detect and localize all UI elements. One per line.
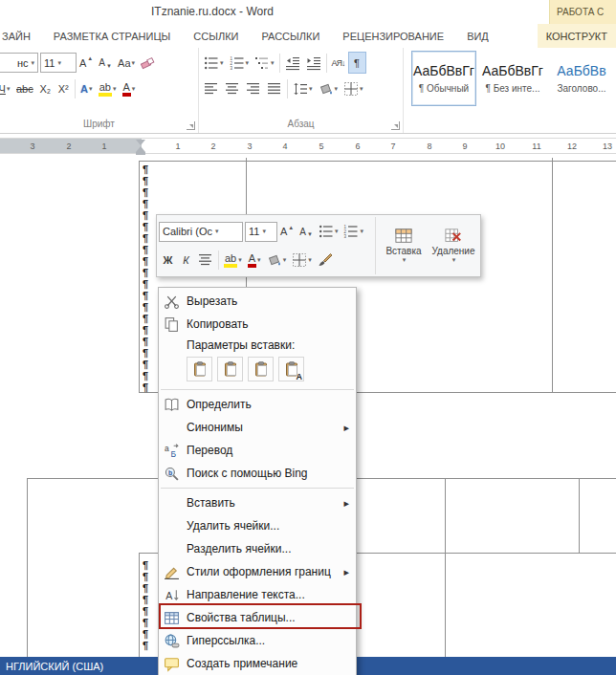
language-indicator[interactable]: НГЛИЙСКИЙ (США) xyxy=(6,661,103,672)
font-size-combo[interactable]: 11 xyxy=(40,53,77,73)
paste-options-row: A xyxy=(159,355,356,386)
mini-highlight-button[interactable]: ab xyxy=(221,250,245,272)
mini-grow-font-button[interactable]: А▲ xyxy=(277,221,297,243)
mini-italic-button[interactable]: К xyxy=(177,250,195,272)
align-left-button[interactable] xyxy=(201,77,222,99)
menu-item-split-cells[interactable]: Разделить ячейки... xyxy=(159,537,356,560)
sort-button[interactable]: АЯ↓ xyxy=(329,52,348,74)
divider xyxy=(326,54,327,73)
font-dialog-launcher-icon[interactable] xyxy=(187,121,195,130)
clipboard-icon xyxy=(192,361,208,377)
menu-separator xyxy=(161,389,354,390)
tab-references[interactable]: ССЫЛКИ xyxy=(182,24,250,48)
underline-button[interactable]: Ч xyxy=(0,77,13,99)
highlight-color-button[interactable]: ab xyxy=(96,77,120,99)
mini-font-color-button[interactable]: А xyxy=(245,250,264,272)
window-title: ITznanie.ru.docx - Word xyxy=(151,5,274,18)
hyperlink-globe-icon xyxy=(164,633,180,649)
divider xyxy=(287,79,288,98)
numbering-button[interactable] xyxy=(227,52,253,74)
paste-text-only-button[interactable]: A xyxy=(278,357,304,381)
ruler-number: 11 xyxy=(531,142,542,151)
mini-numbering-button[interactable] xyxy=(341,221,366,243)
line-spacing-button[interactable] xyxy=(290,77,316,99)
tab-table-design[interactable]: КОНСТРУКТ xyxy=(538,24,616,48)
tab-view[interactable]: ВИД xyxy=(455,24,500,48)
strikethrough-button[interactable]: abc xyxy=(13,77,36,99)
tab-review[interactable]: РЕЦЕНЗИРОВАНИЕ xyxy=(331,24,455,48)
mini-delete-button[interactable]: Удаление xyxy=(429,217,478,274)
border-pen-icon xyxy=(164,564,180,580)
bullets-button[interactable] xyxy=(201,52,227,74)
ruler-number: 10 xyxy=(495,142,506,151)
align-center-button[interactable] xyxy=(222,77,243,99)
menu-item-translate[interactable]: Перевод xyxy=(159,439,356,462)
menu-item-cut[interactable]: Вырезать xyxy=(159,290,356,313)
table-gridline xyxy=(445,478,446,657)
mini-insert-button[interactable]: Вставка xyxy=(379,217,429,274)
contextual-tab-group-header: РАБОТА С xyxy=(549,0,616,24)
ruler-number: 6 xyxy=(352,142,363,151)
multilevel-list-button[interactable] xyxy=(252,52,277,74)
menu-item-insert[interactable]: Вставить xyxy=(159,491,356,514)
menu-item-search-bing[interactable]: Поиск с помощью Bing xyxy=(159,462,356,485)
menu-item-hyperlink[interactable]: Гиперссылка... xyxy=(159,629,356,652)
mini-bold-button[interactable]: Ж xyxy=(159,250,177,272)
paste-merge-formatting-button[interactable] xyxy=(217,357,243,381)
align-right-button[interactable] xyxy=(243,77,264,99)
style-no-spacing[interactable]: АаБбВвГг ¶ Без инте... xyxy=(480,51,545,106)
paste-insert-button[interactable] xyxy=(248,357,274,381)
mini-toolbar: Calibri (Ос 11 А▲ А▼ Ж К ab А xyxy=(156,214,481,277)
ruler-number: 9 xyxy=(459,142,471,151)
paste-keep-source-button[interactable] xyxy=(187,357,212,381)
style-normal[interactable]: АаБбВвГг ¶ Обычный xyxy=(411,51,476,106)
show-paragraph-marks-button[interactable]: ¶ xyxy=(348,52,366,74)
menu-item-copy[interactable]: Копировать xyxy=(159,313,356,336)
mini-font-size-combo[interactable]: 11 xyxy=(245,222,277,242)
mini-shrink-font-button[interactable]: А▼ xyxy=(297,221,316,243)
ruler-number: 1 xyxy=(99,142,110,151)
ruler-number: 4 xyxy=(279,142,291,151)
menu-item-delete-cells[interactable]: Удалить ячейки... xyxy=(159,514,356,537)
paragraph-dialog-launcher-icon[interactable] xyxy=(391,121,400,130)
comment-icon xyxy=(164,656,180,672)
horizontal-ruler[interactable]: 3 2 1 1 2 3 4 5 6 7 8 9 10 11 12 13 xyxy=(0,134,616,158)
subscript-button[interactable]: X₂ xyxy=(36,77,55,99)
style-heading1[interactable]: АаБбВв Заголово... xyxy=(549,51,614,106)
tab-page-layout[interactable]: РАЗМЕТКА СТРАНИЦЫ xyxy=(42,24,182,48)
table-gridline xyxy=(139,161,140,392)
font-color-button[interactable]: А xyxy=(120,77,139,99)
tab-mailings[interactable]: РАССЫЛКИ xyxy=(250,24,331,48)
menu-item-new-comment[interactable]: Создать примечание xyxy=(159,652,356,675)
superscript-button[interactable]: X² xyxy=(55,77,73,99)
mini-align-center-button[interactable] xyxy=(195,250,216,272)
change-case-button[interactable]: Аа xyxy=(115,52,138,74)
borders-button[interactable] xyxy=(341,77,366,99)
table-gridline xyxy=(552,158,553,392)
tab-design[interactable]: ЗАЙН xyxy=(0,24,42,48)
table-gridline xyxy=(27,478,28,657)
mini-shading-button[interactable] xyxy=(264,250,290,272)
shading-button[interactable] xyxy=(316,77,341,99)
clear-formatting-button[interactable] xyxy=(138,52,159,74)
menu-item-synonyms[interactable]: Синонимы xyxy=(159,416,356,439)
increase-indent-button[interactable] xyxy=(303,52,324,74)
menu-item-define[interactable]: Определить xyxy=(159,393,356,416)
menu-item-border-styles[interactable]: Стили оформления границ xyxy=(159,560,356,583)
mini-format-painter-button[interactable] xyxy=(315,250,336,272)
font-name-combo[interactable]: нс xyxy=(0,53,38,73)
left-indent-marker[interactable] xyxy=(136,152,145,155)
font-group-label: Шрифт xyxy=(0,118,198,133)
shrink-font-button[interactable]: А▼ xyxy=(96,52,115,74)
text-effects-button[interactable]: А xyxy=(77,77,96,99)
ruler-number: 5 xyxy=(316,142,327,151)
mini-bullets-button[interactable] xyxy=(316,221,341,243)
justify-button[interactable] xyxy=(264,77,285,99)
grow-font-button[interactable]: А▲ xyxy=(77,52,96,74)
ruler-number: 12 xyxy=(566,142,578,151)
mini-borders-button[interactable] xyxy=(289,250,315,272)
mini-font-name-combo[interactable]: Calibri (Ос xyxy=(159,222,243,242)
ruler-number: 3 xyxy=(27,142,38,151)
decrease-indent-button[interactable] xyxy=(282,52,303,74)
first-line-indent-marker[interactable] xyxy=(136,140,145,145)
